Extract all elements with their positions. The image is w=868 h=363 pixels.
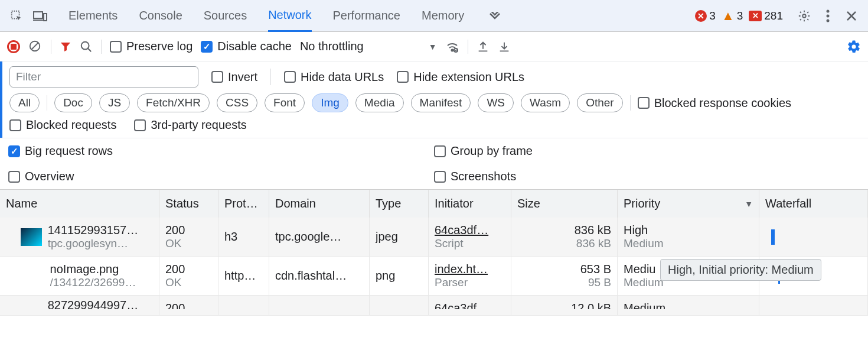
checkbox-icon [284,71,296,83]
error-icon: ✕ [695,10,707,22]
big-rows-checkbox[interactable]: Big request rows [8,144,113,158]
throttling-select[interactable]: No throttling ▼ [300,40,437,53]
pill-all[interactable]: All [9,93,40,112]
hide-ext-label: Hide extension URLs [413,70,524,84]
clear-icon[interactable] [28,40,43,54]
screenshots-checkbox[interactable]: Screenshots [434,170,516,183]
status-counters[interactable]: ✕ 3 ▲ 3 ✕ 281 [695,8,783,24]
download-icon[interactable] [498,40,511,53]
svg-point-4 [802,14,806,18]
pill-font[interactable]: Font [265,93,305,112]
tab-memory[interactable]: Memory [422,0,464,31]
request-name: noImage.png [50,262,136,276]
blocked-requests-checkbox[interactable]: Blocked requests [9,118,116,132]
col-size[interactable]: Size [511,190,618,218]
col-priority[interactable]: Priority▼ [618,190,759,218]
filter-input[interactable] [9,66,198,87]
invert-checkbox[interactable]: Invert [211,70,257,84]
initiator-link[interactable]: index.ht… [435,262,505,276]
search-icon[interactable] [80,40,93,53]
checkbox-icon [8,145,20,157]
request-path: /134122/32699… [50,276,136,289]
checkbox-icon [201,41,213,53]
pill-doc[interactable]: Doc [54,93,92,112]
checkbox-icon [110,41,122,53]
svg-point-15 [454,48,458,52]
table-row[interactable]: noImage.png /134122/32699… 200OK http… c… [0,257,868,296]
warning-count[interactable]: ▲ 3 [722,8,743,24]
network-settings-icon[interactable] [847,40,861,54]
blocked-cookies-checkbox[interactable]: Blocked response cookies [638,96,791,110]
issues-number: 281 [764,9,783,22]
thumbnail-icon [21,228,42,246]
gear-icon[interactable] [795,7,814,25]
pill-fetch-xhr[interactable]: Fetch/XHR [137,93,210,112]
big-rows-label: Big request rows [25,144,113,158]
tab-console[interactable]: Console [139,0,182,31]
device-toggle-icon[interactable] [31,7,50,25]
preserve-log-label: Preserve log [126,40,192,53]
third-party-checkbox[interactable]: 3rd-party requests [134,118,246,132]
svg-point-7 [827,19,830,22]
pill-js[interactable]: JS [99,93,130,112]
col-protocol[interactable]: Prot… [218,190,269,218]
more-tabs-icon[interactable] [485,7,504,25]
tab-sources[interactable]: Sources [204,0,247,31]
issues-icon: ✕ [749,11,762,21]
preserve-log-checkbox[interactable]: Preserve log [110,40,192,53]
col-domain[interactable]: Domain [269,190,370,218]
pill-css[interactable]: CSS [217,93,257,112]
hide-data-urls-checkbox[interactable]: Hide data URLs [284,70,384,84]
tab-performance[interactable]: Performance [333,0,401,31]
checkbox-icon [8,171,20,183]
col-type[interactable]: Type [370,190,429,218]
pill-img[interactable]: Img [312,93,348,112]
devtools-tab-bar: Elements Console Sources Network Perform… [0,0,868,32]
table-header: Name Status Prot… Domain Type Initiator … [0,190,868,218]
request-path: tpc.googlesyn… [48,237,138,250]
svg-point-12 [81,41,89,49]
col-initiator[interactable]: Initiator [429,190,511,218]
upload-icon[interactable] [477,40,490,53]
checkbox-icon [134,119,146,131]
kebab-icon[interactable] [818,7,837,25]
tab-elements[interactable]: Elements [68,0,118,31]
third-party-label: 3rd-party requests [151,118,246,132]
issues-count[interactable]: ✕ 281 [749,9,783,22]
disable-cache-checkbox[interactable]: Disable cache [201,40,292,53]
checkbox-icon [9,119,21,131]
group-frame-checkbox[interactable]: Group by frame [434,144,533,158]
svg-rect-1 [34,12,43,18]
col-name[interactable]: Name [0,190,159,218]
funnel-icon[interactable] [60,41,71,53]
error-count[interactable]: ✕ 3 [695,9,716,22]
network-conditions-icon[interactable] [445,40,459,53]
group-frame-label: Group by frame [451,144,533,158]
overview-checkbox[interactable]: Overview [8,170,74,183]
table-row[interactable]: 827299944997… 200 64ca3df… 12.0 kB Mediu… [0,296,868,316]
pill-wasm[interactable]: Wasm [521,93,570,112]
col-status[interactable]: Status [159,190,218,218]
sort-desc-icon: ▼ [745,199,753,209]
tab-network[interactable]: Network [268,1,311,32]
warning-number: 3 [737,9,743,22]
display-options: Big request rows Group by frame Overview… [0,138,868,189]
filter-bar: Invert Hide data URLs Hide extension URL… [0,61,868,138]
type-filter-pills: All Doc JS Fetch/XHR CSS Font Img Media … [9,93,861,112]
svg-rect-3 [44,14,47,21]
pill-manifest[interactable]: Manifest [411,93,471,112]
inspect-icon[interactable] [7,7,26,25]
svg-line-13 [88,48,92,51]
svg-line-11 [32,43,38,49]
pill-media[interactable]: Media [355,93,404,112]
pill-other[interactable]: Other [577,93,623,112]
hide-ext-urls-checkbox[interactable]: Hide extension URLs [397,70,524,84]
svg-point-5 [827,9,830,12]
initiator-link[interactable]: 64ca3df… [435,223,505,237]
close-icon[interactable] [842,7,861,25]
blocked-req-label: Blocked requests [26,118,116,132]
record-button[interactable] [7,40,20,53]
pill-ws[interactable]: WS [478,93,514,112]
col-waterfall[interactable]: Waterfall [759,190,868,218]
table-row[interactable]: 141152993157… tpc.googlesyn… 200OK h3 tp… [0,218,868,257]
